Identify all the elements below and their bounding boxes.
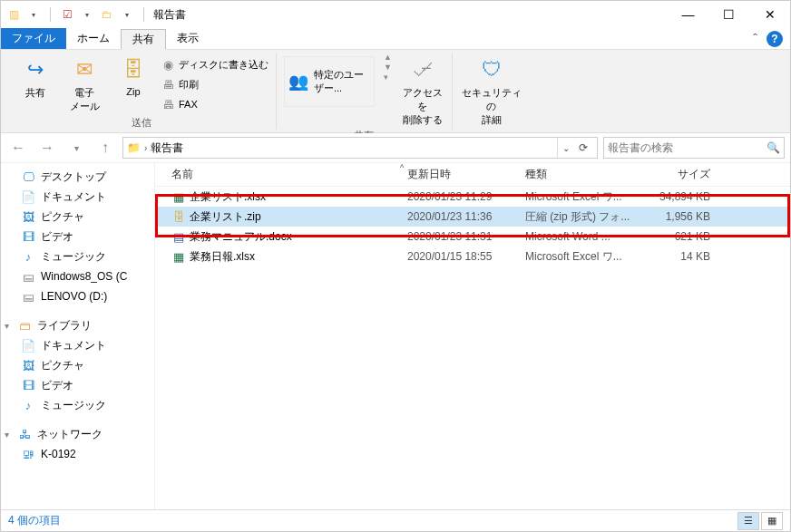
col-size-header[interactable]: サイズ	[645, 167, 718, 182]
minimize-button[interactable]: —	[668, 2, 708, 28]
recent-dropdown[interactable]: ▾	[64, 136, 88, 160]
tab-file[interactable]: ファイル	[1, 28, 66, 49]
address-bar: ← → ▾ ↑ 📁 › 報告書 ⌄ ⟳ 報告書の検索 🔍	[1, 133, 790, 162]
chevron-right-icon[interactable]: ›	[144, 143, 147, 153]
file-list[interactable]: 名前 ^ 更新日時 種類 サイズ ▦企業リスト.xlsx2020/01/23 1…	[155, 163, 790, 509]
col-date-header[interactable]: 更新日時	[400, 167, 518, 182]
file-row[interactable]: ▦業務日報.xlsx2020/01/15 18:55Microsoft Exce…	[155, 247, 790, 266]
nav-documents[interactable]: 📄ドキュメント	[1, 187, 154, 207]
qat-dropdown2-icon[interactable]: ▾	[80, 7, 94, 22]
xls-file-icon: ▦	[171, 249, 186, 264]
share-button[interactable]: ↪ 共有	[14, 53, 57, 100]
address-box[interactable]: 📁 › 報告書 ⌄ ⟳	[122, 137, 598, 159]
file-size: 1,956 KB	[645, 210, 718, 223]
scroll-more-icon[interactable]: ▾	[384, 73, 392, 82]
fax-button[interactable]: 🖷 FAX	[161, 94, 269, 114]
view-icons-button[interactable]: ▦	[761, 512, 783, 530]
shield-icon: 🛡	[477, 55, 506, 84]
qat-dropdown-icon[interactable]: ▾	[26, 7, 41, 22]
file-type: Microsoft Word ...	[518, 230, 645, 243]
nav-k0192[interactable]: 🖳K-0192	[1, 444, 154, 464]
file-row[interactable]: ▦企業リスト.xlsx2020/01/23 11:29Microsoft Exc…	[155, 187, 790, 207]
file-date: 2020/01/23 11:36	[400, 210, 518, 223]
fax-icon: 🖷	[161, 97, 175, 111]
forward-button[interactable]: →	[35, 136, 59, 160]
write-disc-button[interactable]: ◉ ディスクに書き込む	[161, 54, 269, 74]
nav-lib-music[interactable]: ♪ミュージック	[1, 395, 154, 415]
security-details-button[interactable]: 🛡 セキュリティの 詳細	[460, 53, 523, 127]
file-type: 圧縮 (zip 形式) フォ...	[518, 209, 645, 225]
address-dropdown-icon[interactable]: ⌄	[557, 138, 573, 158]
scroll-up-icon[interactable]: ▲	[384, 53, 392, 62]
disc-icon: ◉	[161, 57, 175, 72]
file-size: 14 KB	[645, 250, 718, 263]
zip-icon: 🗄	[119, 55, 148, 84]
ribbon-collapse-icon[interactable]: ˆ	[753, 32, 757, 46]
file-name: 業務マニュアル.docx	[190, 229, 292, 245]
specific-users-button[interactable]: 👥 特定のユーザー...	[284, 56, 375, 107]
nav-lib-videos[interactable]: 🎞ビデオ	[1, 375, 154, 395]
file-type: Microsoft Excel ワ...	[518, 249, 645, 265]
file-row[interactable]: 🗄企業リスト.zip2020/01/23 11:36圧縮 (zip 形式) フォ…	[155, 207, 790, 227]
search-icon[interactable]: 🔍	[767, 141, 780, 154]
qat-folder-icon: 🗀	[100, 7, 114, 22]
nav-lib-pictures[interactable]: 🖼ピクチャ	[1, 355, 154, 375]
search-input[interactable]: 報告書の検索 🔍	[603, 137, 785, 159]
col-type-header[interactable]: 種類	[518, 167, 645, 182]
address-segment[interactable]: 報告書	[151, 140, 183, 156]
print-icon: 🖶	[161, 77, 175, 92]
file-date: 2020/01/23 11:29	[400, 190, 518, 203]
desktop-icon: 🖵	[21, 169, 35, 184]
nav-lenovo-drive[interactable]: 🖴LENOVO (D:)	[1, 286, 154, 306]
file-size: 621 KB	[645, 230, 718, 243]
music-icon: ♪	[21, 249, 35, 264]
music-icon: ♪	[21, 398, 35, 412]
folder-icon: ▥	[6, 7, 21, 22]
email-button[interactable]: ✉ 電子 メール	[63, 53, 106, 113]
remove-access-button[interactable]: ⍻ アクセスを 削除する	[401, 53, 444, 127]
file-date: 2020/01/23 11:31	[400, 230, 518, 243]
qat-dropdown3-icon[interactable]: ▾	[120, 7, 134, 22]
view-details-button[interactable]: ☰	[737, 512, 759, 530]
nav-desktop[interactable]: 🖵デスクトップ	[1, 167, 154, 187]
nav-library[interactable]: 🗃ライブラリ	[1, 315, 154, 335]
tab-home[interactable]: ホーム	[66, 28, 121, 49]
file-row[interactable]: ▤業務マニュアル.docx2020/01/23 11:31Microsoft W…	[155, 227, 790, 247]
tab-share[interactable]: 共有	[121, 29, 166, 50]
nav-os-drive[interactable]: 🖴Windows8_OS (C	[1, 266, 154, 286]
email-icon: ✉	[70, 55, 99, 84]
close-button[interactable]: ✕	[749, 2, 790, 28]
nav-music[interactable]: ♪ミュージック	[1, 247, 154, 266]
maximize-button[interactable]: ☐	[708, 2, 749, 28]
email-label: 電子 メール	[70, 86, 100, 113]
documents-icon: 📄	[21, 338, 35, 353]
share-icon: ↪	[21, 55, 50, 84]
col-name-header[interactable]: 名前	[164, 167, 400, 182]
back-button[interactable]: ←	[6, 136, 30, 160]
doc-file-icon: ▤	[171, 229, 186, 244]
share-label: 共有	[25, 86, 45, 100]
network-icon: 🖧	[17, 427, 32, 441]
file-type: Microsoft Excel ワ...	[518, 189, 645, 205]
address-folder-icon: 📁	[127, 141, 141, 154]
tab-view[interactable]: 表示	[166, 28, 210, 49]
refresh-button[interactable]: ⟳	[573, 138, 593, 158]
users-icon: 👥	[288, 72, 308, 92]
status-bar: 4 個の項目 ☰ ▦	[1, 509, 790, 531]
nav-lib-documents[interactable]: 📄ドキュメント	[1, 335, 154, 355]
title-bar: ▥ ▾ ☑ ▾ 🗀 ▾ 報告書 — ☐ ✕	[1, 1, 790, 28]
up-button[interactable]: ↑	[93, 136, 117, 160]
nav-videos[interactable]: 🎞ビデオ	[1, 227, 154, 247]
nav-pictures[interactable]: 🖼ピクチャ	[1, 207, 154, 227]
nav-network[interactable]: 🖧ネットワーク	[1, 424, 154, 444]
scroll-down-icon[interactable]: ▼	[384, 63, 392, 72]
navigation-pane[interactable]: 🖵デスクトップ 📄ドキュメント 🖼ピクチャ 🎞ビデオ ♪ミュージック 🖴Wind…	[1, 163, 155, 509]
library-icon: 🗃	[17, 318, 32, 333]
file-name: 企業リスト.xlsx	[190, 189, 266, 205]
zip-button[interactable]: 🗄 Zip	[112, 53, 155, 97]
sort-indicator-icon: ^	[400, 163, 404, 172]
help-button[interactable]: ?	[767, 31, 783, 47]
qat-checkbox-icon[interactable]: ☑	[60, 7, 74, 22]
documents-icon: 📄	[21, 189, 35, 204]
print-button[interactable]: 🖶 印刷	[161, 74, 269, 94]
